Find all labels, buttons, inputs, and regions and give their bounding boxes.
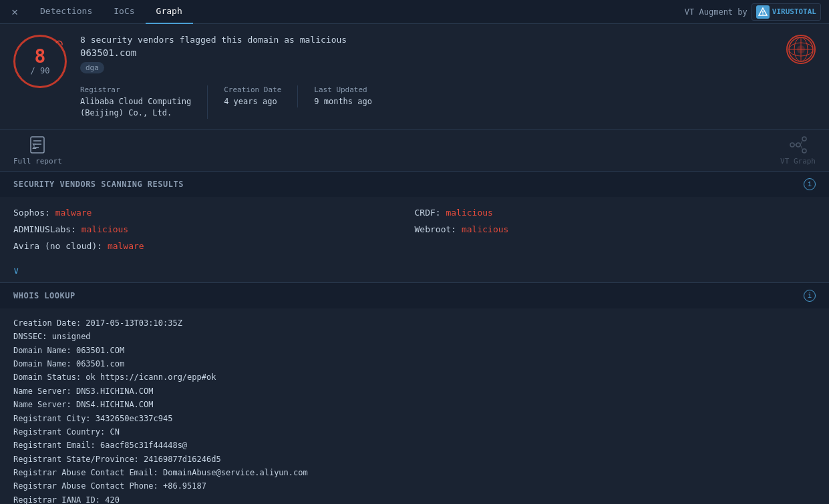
expand-button[interactable]: ∨ <box>13 265 19 276</box>
action-bar: Σ Full report VT Graph <box>0 130 829 172</box>
svg-point-17 <box>796 143 800 147</box>
creation-date-label: Creation Date <box>224 85 281 94</box>
full-report-button[interactable]: Σ Full report <box>13 136 62 166</box>
vendor-name-avira: Avira (no cloud): <box>13 241 108 251</box>
whois-title: WHOIS LOOKUP <box>13 291 75 300</box>
vendor-name-sophos: Sophos: <box>13 208 55 218</box>
creation-date-block: Creation Date 4 years ago <box>224 85 298 107</box>
vendor-row-webroot: Webroot: malicious <box>415 222 816 237</box>
registrar-section: Registrar Alibaba Cloud Computing (Beiji… <box>80 85 773 119</box>
creation-date-value: 4 years ago <box>224 96 281 107</box>
security-vendors-info-icon[interactable]: i <box>804 178 816 190</box>
expand-row: ∨ <box>0 262 829 282</box>
svg-point-8 <box>797 45 805 53</box>
summary-info: 8 security vendors flagged this domain a… <box>80 35 773 119</box>
virustotal-label: VIRUSTOTAL <box>772 7 816 16</box>
verdict-adminuslabs: malicious <box>81 224 128 234</box>
verdict-avira: malware <box>108 241 144 251</box>
full-report-icon: Σ <box>28 136 47 154</box>
security-vendors-title: SECURITY VENDORS SCANNING RESULTS <box>13 180 184 189</box>
vendors-grid: Sophos: malware CRDF: malicious ADMINUSL… <box>0 197 829 262</box>
verdict-webroot: malicious <box>462 224 508 234</box>
score-number: 8 <box>35 47 46 66</box>
vendor-row-sophos: Sophos: malware <box>13 205 415 220</box>
registrar-block: Registrar Alibaba Cloud Computing (Beiji… <box>80 85 208 119</box>
summary-description: 8 security vendors flagged this domain a… <box>80 35 773 45</box>
svg-line-20 <box>800 145 802 149</box>
registrar-value: Alibaba Cloud Computing (Beijing) Co., L… <box>80 96 191 119</box>
svg-text:Σ: Σ <box>32 142 37 151</box>
virustotal-badge: VIRUSTOTAL <box>752 3 821 21</box>
vt-graph-button[interactable]: VT Graph <box>780 136 816 166</box>
dga-tag: dga <box>80 62 104 73</box>
svg-point-14 <box>790 143 794 147</box>
tab-iocs[interactable]: IoCs <box>103 0 145 24</box>
last-updated-value: 9 months ago <box>314 96 372 107</box>
security-vendors-header: SECURITY VENDORS SCANNING RESULTS i <box>0 172 829 197</box>
vendor-row-crdf: CRDF: malicious <box>415 205 816 220</box>
vt-graph-icon <box>789 136 808 154</box>
vendor-name-webroot: Webroot: <box>415 224 462 234</box>
svg-point-2 <box>762 13 764 15</box>
whois-info-icon[interactable]: i <box>804 290 816 302</box>
tab-detections[interactable]: Detections <box>29 0 103 24</box>
top-navigation: ✕ Detections IoCs Graph VT Augment by VI… <box>0 0 829 24</box>
close-button[interactable]: ✕ <box>5 3 24 21</box>
verdict-crdf: malicious <box>446 208 492 218</box>
vt-graph-label: VT Graph <box>780 157 816 166</box>
vendor-row-adminuslabs: ADMINUSLabs: malicious <box>13 222 415 237</box>
full-report-label: Full report <box>13 157 62 166</box>
last-updated-label: Last Updated <box>314 85 372 94</box>
svg-point-16 <box>802 149 806 153</box>
vt-icon <box>756 5 770 19</box>
security-vendors-section: SECURITY VENDORS SCANNING RESULTS i Soph… <box>0 172 829 283</box>
vendor-name-crdf: CRDF: <box>415 208 446 218</box>
nav-tabs: Detections IoCs Graph <box>29 0 193 24</box>
augment-section: VT Augment by VIRUSTOTAL <box>685 3 821 21</box>
score-denom: / 90 <box>31 66 50 75</box>
whois-content: Creation Date: 2017-05-13T03:10:35Z DNSS… <box>0 308 829 504</box>
whois-header: WHOIS LOOKUP i <box>0 283 829 308</box>
whois-section: WHOIS LOOKUP i Creation Date: 2017-05-13… <box>0 283 829 504</box>
svg-line-19 <box>800 141 802 145</box>
vendor-name-adminuslabs: ADMINUSLabs: <box>13 224 81 234</box>
svg-point-15 <box>802 137 806 141</box>
domain-icon <box>786 35 816 64</box>
augment-text: VT Augment by <box>685 7 748 17</box>
score-circle: ⌒ 8 / 90 <box>13 35 67 88</box>
tab-graph[interactable]: Graph <box>146 0 193 24</box>
vendor-row-avira: Avira (no cloud): malware <box>13 238 415 254</box>
registrar-label: Registrar <box>80 85 191 94</box>
summary-card: ⌒ 8 / 90 8 security vendors flagged this… <box>0 24 829 130</box>
verdict-sophos: malware <box>55 208 92 218</box>
last-updated-block: Last Updated 9 months ago <box>314 85 388 107</box>
domain-name: 063501.com <box>80 47 773 58</box>
